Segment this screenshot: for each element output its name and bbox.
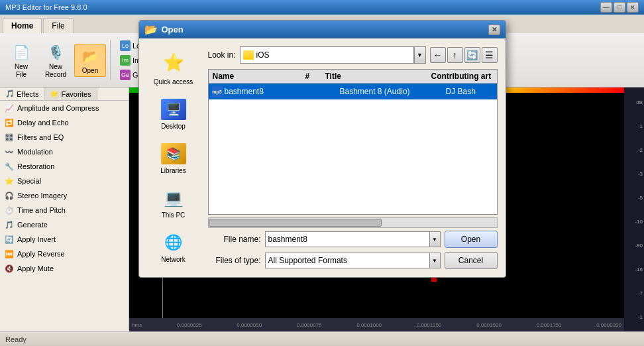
folder-icon-small — [243, 50, 254, 60]
filename-value: bashment8 — [266, 232, 429, 247]
col-artist-header: Contributing art — [427, 70, 497, 83]
filename-label: File name: — [208, 235, 261, 244]
libraries-label: Libraries — [160, 167, 186, 174]
horizontal-scrollbar[interactable] — [208, 217, 498, 228]
file-row-icon: mp3 — [211, 86, 223, 97]
dialog-body: ⭐ Quick access 🖥️ Desktop 📚 Libraries 💻 … — [139, 38, 506, 277]
dialog-close-button[interactable]: ✕ — [488, 25, 500, 35]
file-num-cell — [316, 89, 336, 93]
libraries-icon: 📚 — [161, 143, 186, 164]
file-table: Name # Title Contributing art mp3 bashme… — [208, 69, 498, 215]
col-title-header: Title — [321, 70, 427, 83]
dialog-folder-icon: 📂 — [144, 23, 158, 36]
dialog-main: Look in: iOS ▼ ← ↑ 🔄 ☰ — [208, 46, 498, 269]
lookin-buttons: ← ↑ 🔄 ☰ — [430, 47, 498, 63]
file-artist-cell: DJ Bash — [442, 85, 497, 98]
col-num-header: # — [301, 70, 321, 83]
quick-access-location[interactable]: ⭐ Quick access — [147, 46, 200, 88]
desktop-label: Desktop — [161, 123, 186, 130]
mp3-icon: mp3 — [212, 86, 223, 97]
thispc-icon: 💻 — [161, 188, 186, 209]
cancel-button[interactable]: Cancel — [445, 252, 498, 269]
network-location[interactable]: 🌐 Network — [147, 229, 200, 266]
open-dialog: 📂 Open ✕ ⭐ Quick access 🖥️ Desktop 📚 Lib… — [138, 20, 506, 278]
file-name-cell: bashment8 — [223, 85, 316, 98]
thispc-location[interactable]: 💻 This PC — [147, 185, 200, 221]
lookin-dropdown-button[interactable]: ▼ — [414, 46, 426, 64]
libraries-location[interactable]: 📚 Libraries — [147, 141, 200, 177]
dialog-title: Open — [162, 25, 184, 34]
nav-up-button[interactable]: ↑ — [447, 47, 463, 63]
lookin-row: Look in: iOS ▼ ← ↑ 🔄 ☰ — [208, 46, 498, 64]
network-label: Network — [161, 256, 186, 263]
lookin-label: Look in: — [208, 50, 236, 60]
file-row[interactable]: mp3 bashment8 Bashment 8 (Audio) DJ Bash — [209, 84, 497, 99]
dialog-overlay: 📂 Open ✕ ⭐ Quick access 🖥️ Desktop 📚 Lib… — [0, 0, 644, 346]
lookin-field: iOS — [240, 46, 414, 64]
filetype-field[interactable]: All Supported Formats ▼ — [265, 253, 441, 268]
filetype-row: Files of type: All Supported Formats ▼ C… — [208, 252, 498, 269]
scrollbar-thumb[interactable] — [209, 219, 382, 227]
filetype-label: Files of type: — [208, 256, 261, 265]
lookin-value: iOS — [256, 50, 270, 60]
desktop-icon: 🖥️ — [161, 99, 186, 120]
nav-refresh-button[interactable]: 🔄 — [464, 47, 480, 63]
dialog-sidebar: ⭐ Quick access 🖥️ Desktop 📚 Libraries 💻 … — [147, 46, 200, 269]
file-table-header: Name # Title Contributing art — [209, 70, 497, 84]
network-icon: 🌐 — [161, 232, 186, 253]
filetype-dropdown-button[interactable]: ▼ — [429, 253, 440, 268]
quick-access-icon: ⭐ — [159, 49, 188, 76]
open-file-button[interactable]: Open — [445, 231, 498, 248]
filename-row: File name: bashment8 ▼ Open — [208, 231, 498, 248]
nav-back-button[interactable]: ← — [430, 47, 446, 63]
filename-field[interactable]: bashment8 ▼ — [265, 231, 441, 247]
dialog-title-bar: 📂 Open ✕ — [139, 21, 506, 38]
thispc-label: This PC — [162, 211, 186, 219]
nav-views-button[interactable]: ☰ — [482, 47, 498, 63]
col-name-header: Name — [209, 70, 301, 83]
filetype-value: All Supported Formats — [266, 253, 429, 268]
quick-access-label: Quick access — [154, 78, 193, 86]
desktop-location[interactable]: 🖥️ Desktop — [147, 96, 200, 133]
filename-dropdown-button[interactable]: ▼ — [429, 232, 440, 247]
file-title-cell: Bashment 8 (Audio) — [336, 85, 442, 98]
